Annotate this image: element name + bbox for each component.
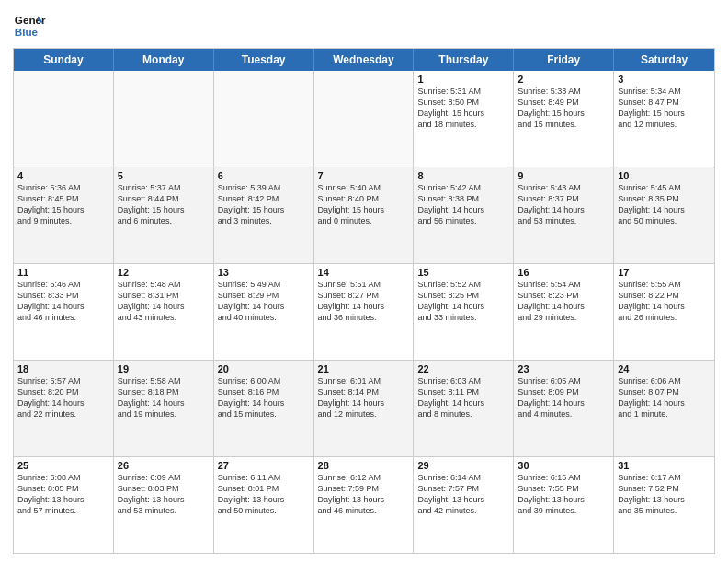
day-info: Sunrise: 6:08 AM Sunset: 8:05 PM Dayligh… xyxy=(17,472,109,517)
calendar-cell: 19Sunrise: 5:58 AM Sunset: 8:18 PM Dayli… xyxy=(114,361,214,456)
calendar-cell: 23Sunrise: 6:05 AM Sunset: 8:09 PM Dayli… xyxy=(514,361,614,456)
weekday-header: Sunday xyxy=(14,49,114,71)
day-info: Sunrise: 5:49 AM Sunset: 8:29 PM Dayligh… xyxy=(218,279,310,324)
day-info: Sunrise: 6:06 AM Sunset: 8:07 PM Dayligh… xyxy=(618,375,711,420)
calendar-cell xyxy=(214,71,314,167)
day-number: 23 xyxy=(518,363,609,374)
day-info: Sunrise: 5:39 AM Sunset: 8:42 PM Dayligh… xyxy=(218,182,310,227)
header: General Blue xyxy=(13,9,715,42)
calendar: SundayMondayTuesdayWednesdayThursdayFrid… xyxy=(13,48,715,554)
calendar-cell: 2Sunrise: 5:33 AM Sunset: 8:49 PM Daylig… xyxy=(514,71,614,167)
weekday-header: Saturday xyxy=(614,49,714,71)
day-info: Sunrise: 6:01 AM Sunset: 8:14 PM Dayligh… xyxy=(318,375,410,420)
day-number: 22 xyxy=(417,363,509,374)
day-info: Sunrise: 5:46 AM Sunset: 8:33 PM Dayligh… xyxy=(17,279,109,324)
weekday-header: Tuesday xyxy=(214,49,314,71)
day-number: 2 xyxy=(518,74,609,85)
calendar-cell: 14Sunrise: 5:51 AM Sunset: 8:27 PM Dayli… xyxy=(314,264,415,360)
day-info: Sunrise: 5:52 AM Sunset: 8:25 PM Dayligh… xyxy=(417,279,509,324)
day-number: 29 xyxy=(417,460,509,471)
calendar-cell xyxy=(314,71,415,167)
calendar-row: 1Sunrise: 5:31 AM Sunset: 8:50 PM Daylig… xyxy=(14,71,714,167)
day-number: 11 xyxy=(17,267,109,278)
logo-icon: General Blue xyxy=(13,9,46,42)
calendar-row: 11Sunrise: 5:46 AM Sunset: 8:33 PM Dayli… xyxy=(14,263,714,360)
day-info: Sunrise: 6:15 AM Sunset: 7:55 PM Dayligh… xyxy=(518,472,609,517)
day-info: Sunrise: 5:51 AM Sunset: 8:27 PM Dayligh… xyxy=(318,279,410,324)
day-info: Sunrise: 5:58 AM Sunset: 8:18 PM Dayligh… xyxy=(118,375,210,420)
day-number: 26 xyxy=(118,460,210,471)
day-info: Sunrise: 6:03 AM Sunset: 8:11 PM Dayligh… xyxy=(417,375,509,420)
calendar-cell: 4Sunrise: 5:36 AM Sunset: 8:45 PM Daylig… xyxy=(14,167,114,263)
calendar-cell: 8Sunrise: 5:42 AM Sunset: 8:38 PM Daylig… xyxy=(414,167,514,263)
day-info: Sunrise: 5:33 AM Sunset: 8:49 PM Dayligh… xyxy=(518,86,609,131)
page: General Blue SundayMondayTuesdayWednesda… xyxy=(0,0,728,563)
day-info: Sunrise: 5:54 AM Sunset: 8:23 PM Dayligh… xyxy=(518,279,609,324)
calendar-cell: 15Sunrise: 5:52 AM Sunset: 8:25 PM Dayli… xyxy=(414,264,514,360)
day-info: Sunrise: 5:36 AM Sunset: 8:45 PM Dayligh… xyxy=(17,182,109,227)
calendar-cell: 17Sunrise: 5:55 AM Sunset: 8:22 PM Dayli… xyxy=(614,264,714,360)
day-info: Sunrise: 6:05 AM Sunset: 8:09 PM Dayligh… xyxy=(518,375,609,420)
calendar-cell: 29Sunrise: 6:14 AM Sunset: 7:57 PM Dayli… xyxy=(414,457,514,553)
calendar-cell: 6Sunrise: 5:39 AM Sunset: 8:42 PM Daylig… xyxy=(214,167,314,263)
calendar-cell: 13Sunrise: 5:49 AM Sunset: 8:29 PM Dayli… xyxy=(214,264,314,360)
day-number: 15 xyxy=(417,267,509,278)
calendar-body: 1Sunrise: 5:31 AM Sunset: 8:50 PM Daylig… xyxy=(14,71,714,553)
calendar-row: 25Sunrise: 6:08 AM Sunset: 8:05 PM Dayli… xyxy=(14,456,714,553)
day-number: 6 xyxy=(218,170,310,181)
day-number: 21 xyxy=(318,363,410,374)
day-number: 3 xyxy=(618,74,711,85)
calendar-cell xyxy=(114,71,214,167)
day-number: 17 xyxy=(618,267,711,278)
day-number: 16 xyxy=(518,267,609,278)
day-number: 25 xyxy=(17,460,109,471)
calendar-cell: 28Sunrise: 6:12 AM Sunset: 7:59 PM Dayli… xyxy=(314,457,415,553)
svg-text:Blue: Blue xyxy=(15,26,39,38)
calendar-cell: 30Sunrise: 6:15 AM Sunset: 7:55 PM Dayli… xyxy=(514,457,614,553)
day-number: 4 xyxy=(17,170,109,181)
calendar-cell: 31Sunrise: 6:17 AM Sunset: 7:52 PM Dayli… xyxy=(614,457,714,553)
weekday-header: Wednesday xyxy=(314,49,415,71)
day-number: 27 xyxy=(218,460,310,471)
day-info: Sunrise: 6:00 AM Sunset: 8:16 PM Dayligh… xyxy=(218,375,310,420)
day-number: 10 xyxy=(618,170,711,181)
day-number: 5 xyxy=(118,170,210,181)
calendar-cell: 11Sunrise: 5:46 AM Sunset: 8:33 PM Dayli… xyxy=(14,264,114,360)
day-number: 7 xyxy=(318,170,410,181)
day-number: 1 xyxy=(417,74,509,85)
calendar-cell: 25Sunrise: 6:08 AM Sunset: 8:05 PM Dayli… xyxy=(14,457,114,553)
calendar-cell: 12Sunrise: 5:48 AM Sunset: 8:31 PM Dayli… xyxy=(114,264,214,360)
day-number: 13 xyxy=(218,267,310,278)
calendar-cell: 20Sunrise: 6:00 AM Sunset: 8:16 PM Dayli… xyxy=(214,361,314,456)
calendar-cell: 5Sunrise: 5:37 AM Sunset: 8:44 PM Daylig… xyxy=(114,167,214,263)
calendar-cell xyxy=(14,71,114,167)
day-number: 19 xyxy=(118,363,210,374)
calendar-cell: 1Sunrise: 5:31 AM Sunset: 8:50 PM Daylig… xyxy=(414,71,514,167)
svg-text:General: General xyxy=(15,14,46,26)
day-number: 18 xyxy=(17,363,109,374)
day-number: 31 xyxy=(618,460,711,471)
calendar-header: SundayMondayTuesdayWednesdayThursdayFrid… xyxy=(14,49,714,71)
day-number: 30 xyxy=(518,460,609,471)
calendar-cell: 22Sunrise: 6:03 AM Sunset: 8:11 PM Dayli… xyxy=(414,361,514,456)
day-number: 24 xyxy=(618,363,711,374)
day-info: Sunrise: 6:11 AM Sunset: 8:01 PM Dayligh… xyxy=(218,472,310,517)
calendar-cell: 21Sunrise: 6:01 AM Sunset: 8:14 PM Dayli… xyxy=(314,361,415,456)
day-info: Sunrise: 6:17 AM Sunset: 7:52 PM Dayligh… xyxy=(618,472,711,517)
day-info: Sunrise: 5:31 AM Sunset: 8:50 PM Dayligh… xyxy=(417,86,509,131)
calendar-row: 4Sunrise: 5:36 AM Sunset: 8:45 PM Daylig… xyxy=(14,167,714,263)
calendar-row: 18Sunrise: 5:57 AM Sunset: 8:20 PM Dayli… xyxy=(14,360,714,456)
day-info: Sunrise: 6:14 AM Sunset: 7:57 PM Dayligh… xyxy=(417,472,509,517)
day-number: 12 xyxy=(118,267,210,278)
day-number: 8 xyxy=(417,170,509,181)
day-info: Sunrise: 6:12 AM Sunset: 7:59 PM Dayligh… xyxy=(318,472,410,517)
calendar-cell: 16Sunrise: 5:54 AM Sunset: 8:23 PM Dayli… xyxy=(514,264,614,360)
calendar-cell: 27Sunrise: 6:11 AM Sunset: 8:01 PM Dayli… xyxy=(214,457,314,553)
weekday-header: Friday xyxy=(514,49,614,71)
calendar-cell: 26Sunrise: 6:09 AM Sunset: 8:03 PM Dayli… xyxy=(114,457,214,553)
day-number: 28 xyxy=(318,460,410,471)
day-info: Sunrise: 5:37 AM Sunset: 8:44 PM Dayligh… xyxy=(118,182,210,227)
day-info: Sunrise: 5:45 AM Sunset: 8:35 PM Dayligh… xyxy=(618,182,711,227)
day-info: Sunrise: 5:40 AM Sunset: 8:40 PM Dayligh… xyxy=(318,182,410,227)
weekday-header: Thursday xyxy=(414,49,514,71)
